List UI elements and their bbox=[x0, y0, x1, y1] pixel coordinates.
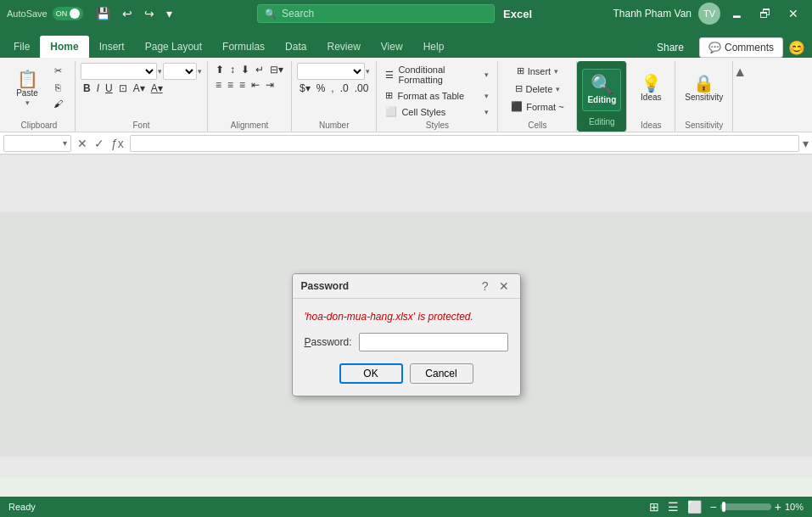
autosave-toggle[interactable]: ON bbox=[53, 7, 83, 20]
autosave-knob bbox=[70, 8, 80, 19]
status-right: ⊞ ☰ ⬜ − + 10% bbox=[649, 500, 804, 514]
password-label: Password: bbox=[305, 336, 352, 348]
share-button[interactable]: Share bbox=[647, 38, 694, 57]
border-button[interactable]: ⊡ bbox=[116, 81, 130, 95]
styles-label: Styles bbox=[382, 121, 492, 132]
cell-styles-button[interactable]: ⬜ Cell Styles ▾ bbox=[382, 104, 492, 119]
comma-button[interactable]: , bbox=[328, 81, 336, 95]
align-middle-button[interactable]: ↕ bbox=[227, 63, 238, 76]
zoom-level: 10% bbox=[785, 502, 804, 512]
dialog-help-button[interactable]: ? bbox=[479, 279, 491, 293]
font-color-button[interactable]: A▾ bbox=[148, 81, 165, 95]
underline-button[interactable]: U bbox=[103, 81, 115, 95]
minimize-button[interactable]: 🗕 bbox=[724, 5, 749, 22]
comments-button[interactable]: 💬 Comments bbox=[699, 37, 783, 58]
zoom-out-button[interactable]: − bbox=[710, 500, 717, 514]
ribbon: File Home Insert Page Layout Formulas Da… bbox=[0, 27, 812, 132]
ready-text: Ready bbox=[8, 502, 36, 512]
redo-icon[interactable]: ↪ bbox=[140, 5, 159, 22]
tab-insert[interactable]: Insert bbox=[89, 36, 135, 58]
dialog-close-button[interactable]: ✕ bbox=[496, 279, 512, 293]
name-box[interactable]: ▾ bbox=[3, 135, 71, 152]
delete-icon: ⊟ bbox=[515, 83, 523, 94]
number-format-select[interactable] bbox=[297, 63, 365, 80]
normal-view-icon[interactable]: ⊞ bbox=[649, 500, 659, 514]
cut-button[interactable]: ✂ bbox=[46, 63, 70, 79]
align-left-button[interactable]: ≡ bbox=[213, 78, 224, 92]
font-size-select[interactable] bbox=[163, 63, 197, 80]
avatar[interactable]: TV bbox=[698, 3, 720, 25]
paste-label: Paste bbox=[16, 88, 38, 98]
password-dialog: Password ? ✕ 'hoa-don-mua-hang.xlsx' is … bbox=[292, 273, 521, 396]
font-size-dropdown-arrow: ▾ bbox=[198, 67, 202, 76]
cancel-button[interactable]: Cancel bbox=[410, 363, 473, 384]
increase-decimal-button[interactable]: .00 bbox=[352, 81, 372, 95]
decrease-indent-button[interactable]: ⇤ bbox=[249, 78, 262, 92]
align-center-button[interactable]: ≡ bbox=[225, 78, 236, 92]
ribbon-group-ideas: 💡 Ideas Ideas bbox=[627, 61, 675, 132]
ribbon-collapse[interactable]: ▲ bbox=[733, 61, 747, 132]
confirm-formula-button[interactable]: ✓ bbox=[92, 137, 107, 150]
dialog-filename: 'hoa-don-mua-hang.xlsx' bbox=[305, 311, 416, 323]
zoom-in-button[interactable]: + bbox=[775, 500, 781, 514]
cancel-formula-button[interactable]: ✕ bbox=[75, 137, 90, 150]
dialog-body: 'hoa-don-mua-hang.xlsx' is protected. Pa… bbox=[293, 299, 520, 396]
format-painter-button[interactable]: 🖌 bbox=[46, 96, 70, 111]
tab-help[interactable]: Help bbox=[413, 36, 455, 58]
tab-data[interactable]: Data bbox=[275, 36, 316, 58]
copy-button[interactable]: ⎘ bbox=[46, 80, 70, 95]
function-button[interactable]: ƒx bbox=[109, 137, 126, 150]
decrease-decimal-button[interactable]: .0 bbox=[338, 81, 351, 95]
format-as-table-button[interactable]: ⊞ Format as Table ▾ bbox=[382, 88, 492, 103]
sensitivity-button[interactable]: 🔒 Sensitivity bbox=[680, 63, 727, 114]
tab-file[interactable]: File bbox=[3, 36, 40, 58]
formula-input[interactable] bbox=[130, 135, 799, 152]
font-family-select[interactable] bbox=[81, 63, 157, 80]
emoji-icon[interactable]: 😊 bbox=[788, 40, 805, 56]
align-top-button[interactable]: ⬆ bbox=[213, 63, 227, 76]
save-icon[interactable]: 💾 bbox=[92, 5, 115, 22]
tab-page-layout[interactable]: Page Layout bbox=[135, 36, 212, 58]
align-right-button[interactable]: ≡ bbox=[237, 78, 248, 92]
format-painter-icon: 🖌 bbox=[53, 98, 63, 109]
more-icon[interactable]: ▾ bbox=[162, 5, 176, 22]
zoom-slider[interactable] bbox=[720, 503, 771, 510]
page-layout-view-icon[interactable]: ⬜ bbox=[687, 500, 702, 514]
percent-button[interactable]: % bbox=[314, 81, 328, 95]
insert-cells-button[interactable]: ⊞ Insert ▾ bbox=[503, 63, 571, 79]
tab-review[interactable]: Review bbox=[316, 36, 370, 58]
align-bottom-button[interactable]: ⬇ bbox=[238, 63, 252, 76]
ribbon-group-cells: ⊞ Insert ▾ ⊟ Delete ▾ ⬛ Format ~ Cells bbox=[498, 61, 577, 132]
formula-buttons: ✕ ✓ ƒx bbox=[75, 137, 126, 150]
undo-icon[interactable]: ↩ bbox=[118, 5, 137, 22]
search-bar[interactable]: 🔍 Search bbox=[257, 4, 495, 23]
sensitivity-icon: 🔒 bbox=[693, 75, 714, 92]
page-break-view-icon[interactable]: ☰ bbox=[668, 500, 679, 514]
cells-label: Cells bbox=[503, 121, 571, 132]
tab-formulas[interactable]: Formulas bbox=[212, 36, 275, 58]
conditional-formatting-button[interactable]: ☰ Conditional Formatting ▾ bbox=[382, 63, 492, 87]
zoom-controls: − + 10% bbox=[710, 500, 804, 514]
delete-cells-button[interactable]: ⊟ Delete ▾ bbox=[503, 81, 571, 97]
increase-indent-button[interactable]: ⇥ bbox=[263, 78, 277, 92]
font-label: Font bbox=[81, 121, 202, 132]
italic-button[interactable]: I bbox=[94, 81, 102, 95]
editing-button[interactable]: 🔍 Editing bbox=[582, 69, 621, 111]
ok-button[interactable]: OK bbox=[339, 363, 403, 384]
close-button[interactable]: ✕ bbox=[781, 5, 805, 22]
wrap-text-button[interactable]: ↵ bbox=[253, 63, 266, 76]
restore-button[interactable]: 🗗 bbox=[753, 5, 778, 22]
tab-home[interactable]: Home bbox=[40, 36, 88, 58]
dialog-titlebar: Password ? ✕ bbox=[293, 274, 520, 299]
merge-center-button[interactable]: ⊟▾ bbox=[267, 63, 286, 76]
tab-view[interactable]: View bbox=[371, 36, 413, 58]
format-cells-button[interactable]: ⬛ Format ~ bbox=[503, 98, 571, 115]
ideas-button[interactable]: 💡 Ideas bbox=[632, 63, 669, 114]
formula-expand-button[interactable]: ▾ bbox=[803, 137, 809, 150]
password-input[interactable] bbox=[359, 333, 508, 351]
paste-button[interactable]: 📋 Paste ▾ bbox=[8, 63, 46, 114]
ribbon-group-clipboard: 📋 Paste ▾ ✂ ⎘ 🖌 bbox=[3, 61, 76, 132]
fill-color-button[interactable]: A▾ bbox=[131, 81, 148, 95]
bold-button[interactable]: B bbox=[81, 81, 93, 95]
currency-button[interactable]: $▾ bbox=[297, 81, 313, 95]
